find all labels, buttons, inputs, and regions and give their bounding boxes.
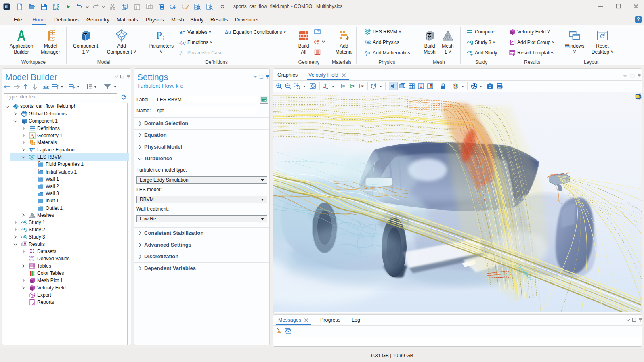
svg-text:Δu: Δu <box>365 50 370 55</box>
svg-text:A: A <box>31 133 34 139</box>
svg-text:P: P <box>156 30 162 41</box>
svg-text:Pi: Pi <box>179 50 184 56</box>
svg-text:8.85: 8.85 <box>29 256 34 259</box>
svg-text:Δu: Δu <box>225 29 231 35</box>
svg-text:yz: yz <box>351 84 355 88</box>
svg-text:xz: xz <box>361 84 364 88</box>
svg-text:i: i <box>163 36 164 42</box>
svg-text:e-12: e-12 <box>29 259 34 262</box>
svg-text:D: D <box>38 169 40 172</box>
svg-text:∇: ∇ <box>29 147 33 153</box>
svg-text:D: D <box>38 176 40 179</box>
svg-text:D: D <box>38 161 40 164</box>
svg-text:a=: a= <box>179 29 185 35</box>
svg-text:xy: xy <box>342 84 345 88</box>
svg-text:f(x): f(x) <box>179 40 186 45</box>
